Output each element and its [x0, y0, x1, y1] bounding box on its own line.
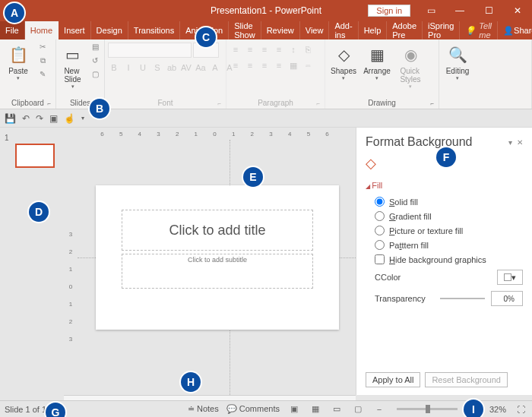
title-placeholder[interactable]: Click to add title	[122, 210, 313, 251]
ribbon: 📋 Paste▾ ✂ ⧉ ✎ Clipboard⌐ ▭ New Slide▾ ▤…	[0, 39, 532, 109]
start-from-beginning-icon[interactable]: ▣	[49, 113, 58, 124]
quick-styles-button[interactable]: ◉Quick Styles▾	[395, 43, 426, 90]
apply-to-all-button[interactable]: Apply to All	[366, 372, 420, 387]
badge-c: C	[196, 27, 216, 47]
tab-ispring[interactable]: iSpring Pro	[423, 21, 460, 39]
arrange-icon: ▦	[366, 44, 388, 65]
badge-i: I	[464, 400, 483, 417]
tab-design[interactable]: Design	[91, 21, 128, 39]
maximize-icon[interactable]: ☐	[474, 0, 503, 21]
slide-thumbnails-panel: 1	[0, 128, 64, 395]
shapes-button[interactable]: ◇Shapes▾	[328, 43, 359, 81]
tab-home[interactable]: Home	[25, 21, 59, 39]
status-bar: Slide 1 of 1 ≐ Notes 💬 Comments ▣ ▦ ▭ ▢ …	[0, 400, 532, 417]
pattern-fill-option[interactable]: Patttern fill	[366, 238, 523, 252]
close-icon[interactable]: ✕	[503, 0, 532, 21]
group-editing: 🔍Editing▾	[439, 39, 532, 109]
transparency-value[interactable]: 0%	[491, 291, 523, 306]
save-icon[interactable]: 💾	[5, 113, 16, 124]
gradient-fill-option[interactable]: Gradient fill	[366, 209, 523, 223]
comments-toggle[interactable]: 💬 Comments	[226, 404, 280, 414]
fill-section[interactable]: Fill	[366, 181, 523, 190]
find-icon: 🔍	[447, 44, 468, 65]
slide-count[interactable]: Slide 1 of 1	[5, 405, 46, 414]
pane-options-icon[interactable]: ▾	[508, 138, 512, 147]
slide-thumbnail[interactable]	[15, 144, 55, 168]
subtitle-placeholder[interactable]: Click to add subtitle	[122, 254, 313, 289]
paste-button[interactable]: 📋 Paste▾	[3, 43, 33, 81]
format-painter-icon[interactable]: ✎	[36, 70, 49, 82]
solid-fill-option[interactable]: Solid fill	[366, 194, 523, 209]
cut-icon[interactable]: ✂	[36, 43, 49, 55]
tab-file[interactable]: File	[0, 21, 25, 39]
ribbon-tabs: File Home Insert Design Transitions Anim…	[0, 21, 532, 39]
zoom-out-icon[interactable]: −	[372, 405, 386, 414]
badge-b: B	[90, 99, 109, 118]
tab-tellme[interactable]: 💡Tell me	[460, 21, 498, 39]
share-button[interactable]: 👤 Share	[498, 21, 532, 39]
normal-view-icon[interactable]: ▣	[287, 404, 301, 414]
reset-icon[interactable]: ↺	[89, 56, 101, 68]
badge-d: D	[29, 202, 49, 222]
fit-window-icon[interactable]: ⛶	[514, 405, 527, 414]
tab-addins[interactable]: Add-ins	[329, 21, 358, 39]
shapes-icon: ◇	[333, 44, 354, 65]
slide-editor: 6 5 4 3 2 1 0 1 2 3 4 5 6 3210123 Click …	[64, 128, 356, 395]
tab-transitions[interactable]: Transitions	[128, 21, 180, 39]
ribbon-options-icon[interactable]: ▭	[416, 0, 445, 21]
transparency-slider[interactable]	[440, 298, 485, 299]
badge-e: E	[243, 167, 263, 187]
zoom-slider[interactable]	[397, 408, 458, 410]
tab-slideshow[interactable]: Slide Show	[229, 21, 261, 39]
qat-more-icon[interactable]: ▾	[81, 115, 84, 122]
picture-fill-option[interactable]: Picture or texture fill	[366, 223, 523, 238]
horizontal-ruler: 6 5 4 3 2 1 0 1 2 3 4 5 6	[64, 128, 356, 140]
slide[interactable]: Click to add title Click to add subtitle	[96, 185, 339, 330]
badge-h: H	[181, 372, 201, 392]
slideshow-view-icon[interactable]: ▢	[351, 404, 365, 414]
section-icon[interactable]: ▢	[89, 70, 101, 82]
group-font: BIUSabAVAaAA Font⌐	[105, 39, 226, 109]
vertical-ruler: 3210123	[64, 140, 78, 395]
window-title: Presentation1 - PowerPoint	[211, 5, 321, 16]
reset-background-button[interactable]: Reset Background	[425, 372, 508, 387]
font-family-selector[interactable]	[108, 43, 192, 58]
tab-view[interactable]: View	[300, 21, 330, 39]
pane-close-icon[interactable]: ✕	[517, 138, 523, 147]
sorter-view-icon[interactable]: ▦	[309, 404, 322, 414]
layout-icon[interactable]: ▤	[89, 43, 101, 55]
tab-review[interactable]: Review	[261, 21, 300, 39]
tab-help[interactable]: Help	[359, 21, 388, 39]
group-paragraph: ≡≡≡≡↕⎘ ≡≡≡≡▦⎓ Paragraph⌐	[226, 39, 325, 109]
transparency-label: Transparency	[375, 294, 434, 303]
paste-icon: 📋	[8, 44, 29, 65]
sign-in-button[interactable]: Sign in	[368, 5, 410, 17]
thumb-number: 1	[5, 134, 59, 142]
slide-canvas[interactable]: Click to add title Click to add subtitle	[78, 140, 356, 395]
color-picker[interactable]: ▾	[497, 270, 523, 285]
title-bar: ▣ Presentation1 - PowerPoint Sign in ▭ —…	[0, 0, 532, 21]
touch-mode-icon[interactable]: ☝	[64, 113, 75, 124]
copy-icon[interactable]: ⧉	[36, 56, 49, 68]
minimize-icon[interactable]: —	[445, 0, 474, 21]
group-clipboard: 📋 Paste▾ ✂ ⧉ ✎ Clipboard⌐	[0, 39, 56, 109]
editing-button[interactable]: 🔍Editing▾	[442, 43, 473, 81]
hide-bg-graphics-option[interactable]: Hide background graphics	[366, 252, 523, 267]
new-slide-icon: ▭	[62, 44, 84, 65]
tab-insert[interactable]: Insert	[59, 21, 91, 39]
arrange-button[interactable]: ▦Arrange▾	[362, 43, 392, 81]
group-drawing: ◇Shapes▾ ▦Arrange▾ ◉Quick Styles▾ Drawin…	[325, 39, 439, 109]
pane-title: Format Background	[366, 135, 504, 149]
undo-icon[interactable]: ↶	[22, 113, 30, 124]
redo-icon[interactable]: ↷	[36, 113, 43, 124]
new-slide-button[interactable]: ▭ New Slide▾	[59, 43, 86, 90]
zoom-level[interactable]: 32%	[489, 405, 506, 414]
badge-a: A	[5, 3, 24, 23]
tab-adobe[interactable]: Adobe Pre	[387, 21, 423, 39]
notes-toggle[interactable]: ≐ Notes	[188, 404, 219, 414]
badge-g: G	[46, 403, 65, 417]
reading-view-icon[interactable]: ▭	[330, 404, 344, 414]
quick-access-toolbar: 💾 ↶ ↷ ▣ ☝ ▾	[0, 109, 532, 128]
bulb-icon: 💡	[465, 26, 476, 36]
format-background-pane: Format Background ▾ ✕ ◇ Fill Solid fill …	[356, 128, 532, 395]
